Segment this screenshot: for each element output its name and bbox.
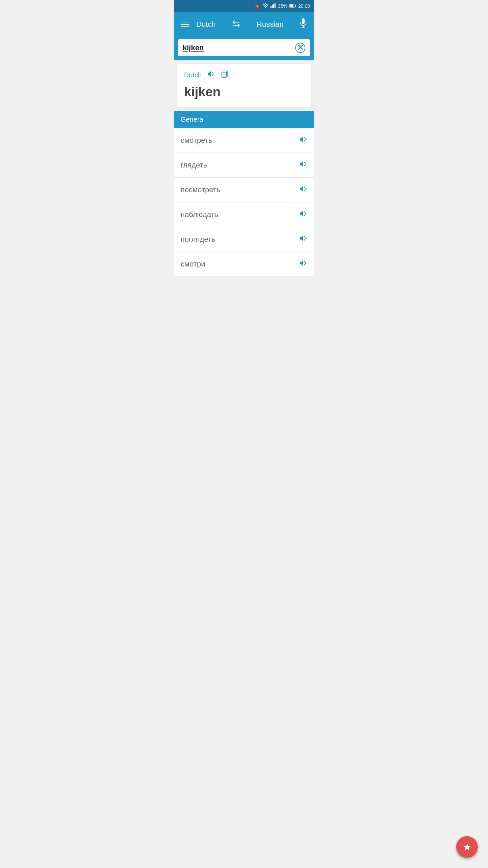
source-language[interactable]: Dutch (196, 20, 216, 29)
search-bar: ✕ (174, 37, 314, 60)
translation-item[interactable]: посмотреть (174, 178, 314, 202)
translation-word: глядеть (181, 161, 207, 170)
card-sound-button[interactable] (207, 70, 215, 80)
battery-percent: 35% (278, 3, 287, 9)
translation-item[interactable]: наблюдать (174, 202, 314, 227)
clear-button[interactable]: ✕ (295, 43, 305, 53)
translation-item[interactable]: смотри (174, 252, 314, 276)
card-copy-button[interactable] (221, 70, 229, 80)
translation-word: смотри (181, 260, 205, 269)
section-label: General (181, 116, 205, 123)
translation-item[interactable]: смотреть (174, 128, 314, 153)
svg-rect-7 (302, 18, 305, 24)
svg-rect-0 (270, 6, 271, 8)
search-input-wrapper: ✕ (178, 39, 310, 56)
card-language-label: Dutch (184, 71, 202, 79)
status-icons: 🔇 35% 20:00 (255, 3, 310, 9)
item-sound-button[interactable] (299, 160, 307, 170)
mute-icon: 🔇 (255, 4, 260, 9)
signal-icon (270, 3, 276, 9)
item-sound-button[interactable] (299, 136, 307, 145)
item-sound-button[interactable] (299, 259, 307, 269)
app-bar: Dutch Russian (174, 12, 314, 37)
app-bar-left: Dutch (181, 20, 216, 29)
translation-word: смотреть (181, 136, 212, 145)
svg-rect-6 (295, 5, 296, 6)
translation-item[interactable]: поглядеть (174, 227, 314, 252)
menu-button[interactable] (181, 22, 189, 27)
status-bar: 🔇 35% 20:00 (174, 0, 314, 12)
search-input[interactable] (183, 43, 295, 52)
svg-rect-3 (274, 3, 276, 8)
translation-word: наблюдать (181, 210, 218, 219)
translation-card: Dutch kijken (177, 64, 311, 107)
svg-rect-1 (272, 5, 273, 8)
translation-word: поглядеть (181, 235, 215, 244)
battery-icon (289, 4, 296, 9)
translation-list: смотреть глядеть посмотреть (174, 128, 314, 276)
translation-word: посмотреть (181, 185, 220, 194)
item-sound-button[interactable] (299, 235, 307, 244)
item-sound-button[interactable] (299, 185, 307, 195)
swap-languages-button[interactable] (231, 20, 241, 29)
card-header: Dutch (184, 70, 304, 80)
source-word: kijken (184, 85, 304, 99)
target-language[interactable]: Russian (257, 20, 283, 29)
translation-item[interactable]: глядеть (174, 153, 314, 178)
svg-rect-5 (290, 4, 293, 7)
svg-rect-11 (222, 72, 227, 77)
item-sound-button[interactable] (299, 210, 307, 219)
wifi-icon (262, 3, 268, 9)
svg-rect-2 (273, 4, 274, 8)
time: 20:00 (298, 3, 310, 9)
section-header: General (174, 111, 314, 128)
microphone-button[interactable] (299, 18, 307, 31)
